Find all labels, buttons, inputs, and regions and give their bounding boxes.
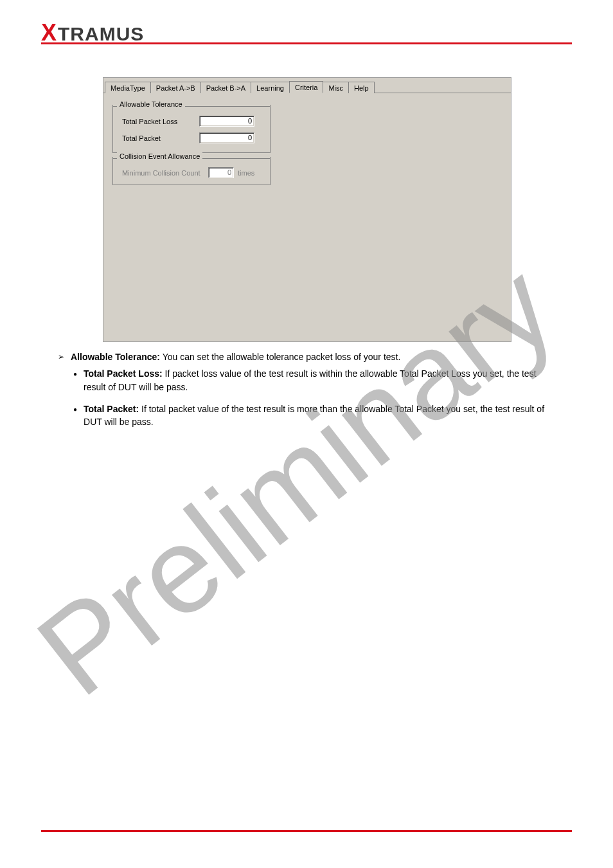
- tab-mediatype[interactable]: MediaType: [105, 82, 151, 93]
- bullet-total-packet-loss: ● Total Packet Loss: If packet loss valu…: [73, 367, 555, 393]
- criteria-panel: Allowable Tolerance Total Packet Loss 0 …: [103, 93, 511, 341]
- tab-label: MediaType: [111, 84, 145, 92]
- label-min-collision-count: Minimum Collision Count: [122, 169, 208, 177]
- suffix-times: times: [238, 169, 254, 177]
- row-total-packet: Total Packet 0: [122, 132, 263, 143]
- row-total-packet-loss: Total Packet Loss 0: [122, 116, 263, 127]
- total-packet-text: If total packet value of the test result…: [84, 404, 544, 427]
- bullet-allowable-tolerance: ➢ Allowable Tolerance: You can set the a…: [58, 350, 555, 363]
- tab-misc[interactable]: Misc: [323, 82, 349, 93]
- input-total-packet-loss[interactable]: 0: [199, 116, 254, 127]
- tab-label: Misc: [328, 84, 343, 92]
- disc-bullet-icon: ●: [73, 370, 77, 393]
- label-total-packet: Total Packet: [122, 134, 199, 142]
- tab-label: Packet A->B: [156, 84, 195, 92]
- footer-rule: [41, 830, 572, 832]
- row-min-collision-count: Minimum Collision Count 0 times: [122, 167, 263, 178]
- tab-help[interactable]: Help: [348, 82, 375, 93]
- input-total-packet[interactable]: 0: [199, 132, 254, 143]
- group-collision-event-allowance: Collision Event Allowance Minimum Collis…: [112, 157, 271, 185]
- tab-label: Help: [354, 84, 369, 92]
- body-text: ➢ Allowable Tolerance: You can set the a…: [58, 350, 555, 428]
- label-total-packet-loss: Total Packet Loss: [122, 118, 199, 125]
- header-rule: [41, 42, 572, 44]
- group-allowable-tolerance: Allowable Tolerance Total Packet Loss 0 …: [112, 105, 271, 153]
- allowable-tolerance-label: Allowable Tolerance:: [71, 352, 160, 362]
- tab-learning[interactable]: Learning: [251, 82, 290, 93]
- tab-criteria[interactable]: Criteria: [289, 81, 323, 93]
- tab-label: Packet B->A: [206, 84, 245, 92]
- total-packet-label: Total Packet:: [84, 404, 139, 414]
- bullet-total-packet: ● Total Packet: If total packet value of…: [73, 402, 555, 429]
- criteria-dialog: MediaType Packet A->B Packet B->A Learni…: [103, 77, 511, 342]
- brand-logo-rest: TRAMUS: [58, 23, 144, 45]
- tab-packet-a-b[interactable]: Packet A->B: [150, 82, 201, 93]
- disc-bullet-icon: ●: [73, 405, 77, 429]
- tab-bar: MediaType Packet A->B Packet B->A Learni…: [103, 78, 511, 93]
- triangle-bullet-icon: ➢: [58, 352, 64, 363]
- allowable-tolerance-text: You can set the allowable tolerance pack…: [160, 352, 400, 362]
- total-packet-loss-label: Total Packet Loss:: [84, 368, 163, 379]
- group-title: Collision Event Allowance: [117, 152, 202, 160]
- tab-label: Criteria: [295, 84, 317, 91]
- group-title: Allowable Tolerance: [117, 100, 185, 108]
- input-min-collision-count: 0: [208, 167, 234, 178]
- tab-packet-b-a[interactable]: Packet B->A: [200, 82, 251, 93]
- tab-label: Learning: [256, 84, 284, 92]
